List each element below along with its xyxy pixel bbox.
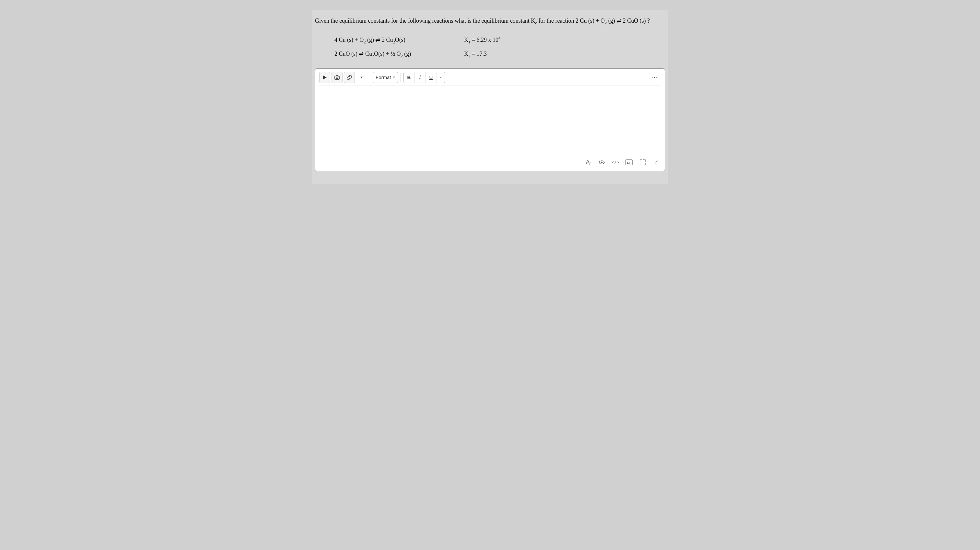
svg-point-1	[336, 77, 338, 78]
play-button[interactable]	[319, 72, 330, 83]
underline-button[interactable]: U	[426, 72, 437, 83]
editor-content-area[interactable]	[319, 89, 661, 153]
code-icon: </>	[611, 160, 619, 165]
reaction-row-1: 4 Cu (s) + O2 (g) ⇌ 2 Cu2O(s) K1 = 6.29 …	[334, 36, 665, 45]
camera-button[interactable]	[331, 72, 342, 83]
reactions-container: 4 Cu (s) + O2 (g) ⇌ 2 Cu2O(s) K1 = 6.29 …	[315, 36, 665, 59]
eye-icon	[598, 159, 605, 165]
preview-button[interactable]	[597, 158, 606, 167]
svg-point-4	[601, 161, 603, 163]
slash-icon: ⁄	[655, 159, 657, 165]
editor-container: ▾ Format ▾ B I U ▾	[315, 68, 665, 171]
underline-icon: U	[430, 75, 433, 80]
bold-button[interactable]: B	[404, 72, 415, 83]
svg-text:Eq: Eq	[627, 161, 630, 164]
annotate-button[interactable]: A/	[584, 158, 593, 167]
link-icon	[347, 75, 352, 80]
separator-1	[370, 73, 370, 82]
separator-2	[401, 73, 401, 82]
expand-icon	[640, 159, 646, 165]
format-dropdown[interactable]: Format ▾	[373, 72, 398, 83]
ellipsis-icon: ···	[651, 74, 658, 81]
italic-button[interactable]: I	[415, 72, 426, 83]
code-button[interactable]: </>	[611, 158, 620, 167]
reaction-constant-2: K2 = 17.3	[464, 51, 522, 59]
editor-bottom-bar: A/ </> Eq	[319, 156, 661, 167]
camera-icon	[334, 75, 340, 80]
reaction-row-2: 2 CuO (s) ⇌ Cu2O(s) + ½ O2 (g) K2 = 17.3	[334, 50, 665, 59]
reaction-equation-2: 2 CuO (s) ⇌ Cu2O(s) + ½ O2 (g)	[334, 50, 438, 59]
page-container: Given the equilibrium constants for the …	[312, 10, 668, 184]
annotate-icon: A/	[586, 159, 590, 165]
equation-icon: Eq	[625, 159, 633, 165]
reaction-constant-1: K1 = 6.29 x 104	[464, 36, 522, 45]
biu-chevron-icon: ▾	[440, 76, 442, 79]
biu-group: B I U ▾	[404, 72, 445, 83]
link-button[interactable]	[344, 72, 355, 83]
bold-icon: B	[407, 75, 411, 80]
slash-button[interactable]: ⁄	[652, 158, 661, 167]
play-icon	[323, 76, 327, 79]
svg-point-2	[338, 76, 339, 77]
chevron-down-icon: ▾	[361, 75, 363, 79]
media-dropdown-button[interactable]: ▾	[356, 72, 367, 83]
biu-dropdown-button[interactable]: ▾	[437, 72, 445, 83]
editor-toolbar: ▾ Format ▾ B I U ▾	[319, 72, 661, 86]
expand-button[interactable]	[638, 158, 647, 167]
format-label: Format	[375, 75, 391, 80]
more-options-button[interactable]: ···	[649, 74, 661, 81]
question-text: Given the equilibrium constants for the …	[315, 16, 665, 26]
italic-icon: I	[419, 75, 421, 80]
equation-button[interactable]: Eq	[625, 158, 633, 167]
reaction-equation-1: 4 Cu (s) + O2 (g) ⇌ 2 Cu2O(s)	[334, 36, 438, 45]
format-chevron-icon: ▾	[393, 75, 395, 79]
